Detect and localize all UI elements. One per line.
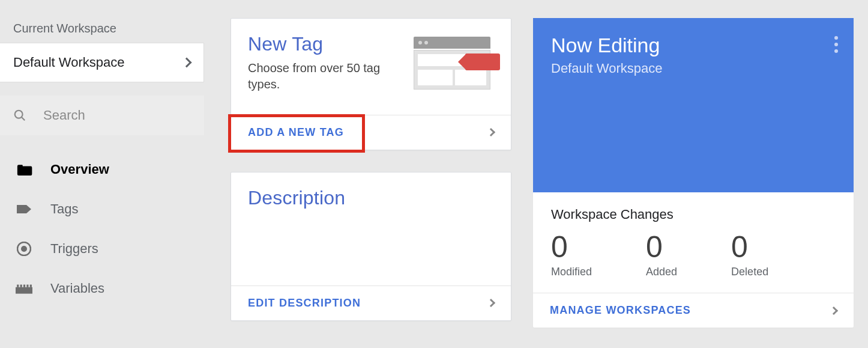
add-new-tag-button[interactable]: ADD A NEW TAG xyxy=(231,115,511,150)
workspace-name: Default Workspace xyxy=(13,55,124,70)
sidebar-item-label: Tags xyxy=(50,201,78,217)
changes-deleted: 0 Deleted xyxy=(731,230,768,278)
chevron-right-icon xyxy=(487,299,495,307)
search-placeholder: Search xyxy=(43,108,85,123)
chevron-right-icon xyxy=(830,306,838,314)
sidebar-item-label: Overview xyxy=(50,162,109,177)
trigger-icon xyxy=(16,242,32,255)
sidebar-item-variables[interactable]: Variables xyxy=(0,269,204,308)
description-card: Description EDIT DESCRIPTION xyxy=(231,172,511,321)
svg-line-1 xyxy=(22,117,25,121)
changes-added-label: Added xyxy=(646,266,677,278)
variables-icon xyxy=(16,282,32,295)
svg-rect-9 xyxy=(30,285,32,287)
changes-modified-label: Modified xyxy=(551,266,592,278)
edit-description-label: EDIT DESCRIPTION xyxy=(248,297,361,310)
sidebar-item-overview[interactable]: Overview xyxy=(0,150,204,189)
sidebar-item-label: Variables xyxy=(50,281,104,296)
workspace-changes-title: Workspace Changes xyxy=(551,207,836,222)
chevron-right-icon xyxy=(182,58,192,68)
new-tag-title: New Tag xyxy=(248,33,399,55)
chevron-right-icon xyxy=(487,128,495,136)
add-new-tag-label: ADD A NEW TAG xyxy=(248,126,344,139)
svg-point-3 xyxy=(21,246,27,252)
more-menu-icon[interactable] xyxy=(834,36,838,53)
workspace-label: Current Workspace xyxy=(0,22,204,43)
sidebar-item-tags[interactable]: Tags xyxy=(0,189,204,229)
editing-title: Now Editing xyxy=(551,34,836,57)
svg-point-0 xyxy=(15,111,23,118)
svg-rect-6 xyxy=(20,285,22,287)
svg-rect-8 xyxy=(26,285,28,287)
changes-added: 0 Added xyxy=(646,230,677,278)
overview-icon xyxy=(16,163,32,176)
sidebar: Current Workspace Default Workspace Sear… xyxy=(0,0,204,348)
sidebar-item-triggers[interactable]: Triggers xyxy=(0,229,204,269)
search-input[interactable]: Search xyxy=(0,96,204,135)
manage-workspaces-label: MANAGE WORKSPACES xyxy=(550,304,691,317)
tag-icon xyxy=(16,203,32,216)
changes-deleted-label: Deleted xyxy=(731,266,768,278)
svg-rect-5 xyxy=(17,285,19,287)
edit-description-button[interactable]: EDIT DESCRIPTION xyxy=(231,285,511,320)
description-title: Description xyxy=(248,187,494,209)
main-content: New Tag Choose from over 50 tag types. xyxy=(204,0,868,348)
new-tag-card: New Tag Choose from over 50 tag types. xyxy=(231,18,511,150)
changes-deleted-value: 0 xyxy=(731,230,768,264)
new-tag-subtitle: Choose from over 50 tag types. xyxy=(248,60,399,93)
now-editing-card: Now Editing Default Workspace Workspace … xyxy=(533,18,854,328)
changes-modified: 0 Modified xyxy=(551,230,592,278)
workspace-selector[interactable]: Default Workspace xyxy=(0,43,204,82)
tag-illustration-icon xyxy=(410,33,494,93)
svg-rect-7 xyxy=(23,285,25,287)
sidebar-nav: Overview Tags Triggers Variables xyxy=(0,150,204,308)
search-icon xyxy=(13,109,26,122)
svg-rect-4 xyxy=(16,287,32,294)
sidebar-item-label: Triggers xyxy=(50,241,98,257)
manage-workspaces-button[interactable]: MANAGE WORKSPACES xyxy=(533,293,854,328)
editing-subtitle: Default Workspace xyxy=(551,61,836,76)
changes-added-value: 0 xyxy=(646,230,677,264)
changes-modified-value: 0 xyxy=(551,230,592,264)
